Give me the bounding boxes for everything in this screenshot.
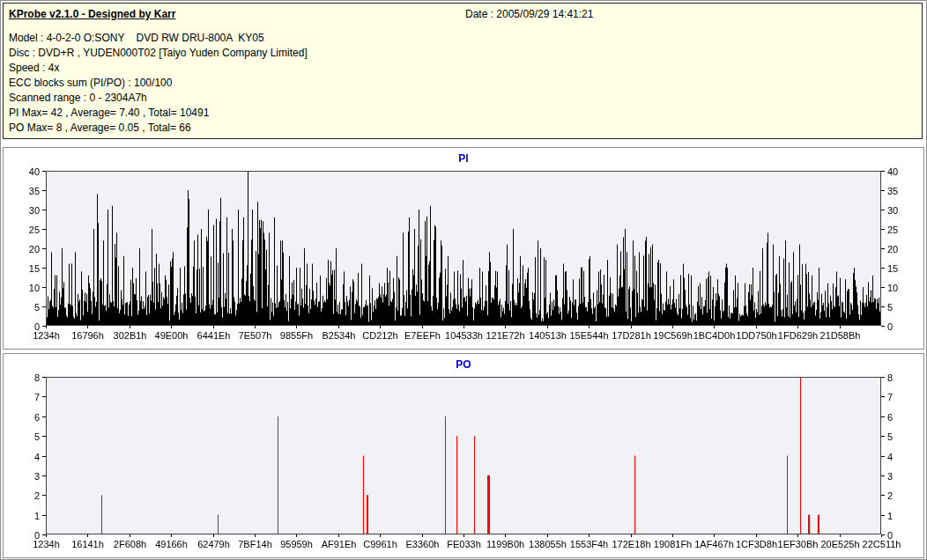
app-title: KProbe v2.1.0 - Designed by Karr	[9, 8, 175, 20]
info-po-summary-line: PO Max= 8 , Average= 0.05 , Total= 66	[9, 121, 308, 136]
po-chart-title: PO	[4, 358, 923, 371]
info-scanned-range-line: Scanned range : 0 - 2304A7h	[9, 91, 308, 106]
info-pi-summary-line: PI Max= 42 , Average= 7.40 , Total= 1049…	[9, 106, 308, 121]
pi-chart-title: PI	[4, 152, 923, 165]
po-chart-canvas	[4, 354, 923, 557]
pi-chart-panel: PI	[3, 147, 924, 350]
po-chart-panel: PO	[3, 353, 924, 558]
kprobe-window: KProbe v2.1.0 - Designed by Karr Date : …	[0, 0, 927, 560]
scan-info-panel: KProbe v2.1.0 - Designed by Karr Date : …	[3, 3, 923, 139]
info-disc-line: Disc : DVD+R , YUDEN000T02 [Taiyo Yuden …	[9, 46, 308, 61]
info-speed-line: Speed : 4x	[9, 61, 308, 76]
scan-info-lines: Model : 4-0-2-0 O:SONY DVD RW DRU-800A K…	[9, 31, 308, 136]
scan-date: Date : 2005/09/29 14:41:21	[465, 8, 593, 20]
info-model-line: Model : 4-0-2-0 O:SONY DVD RW DRU-800A K…	[9, 31, 308, 46]
info-ecc-blocks-line: ECC blocks sum (PI/PO) : 100/100	[9, 76, 308, 91]
pi-chart-canvas	[4, 148, 923, 349]
